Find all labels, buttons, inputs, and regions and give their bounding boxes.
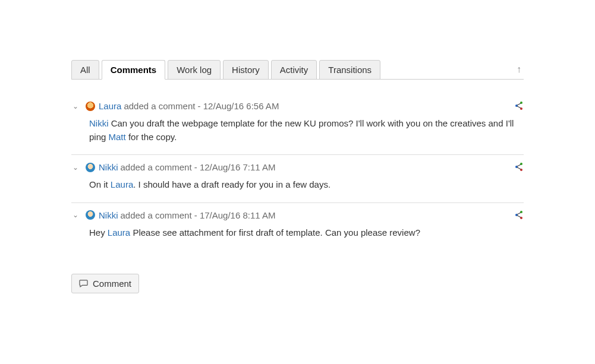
svg-line-14 [517, 215, 521, 217]
comment-author-link[interactable]: Laura [99, 101, 121, 111]
tab-transitions[interactable]: Transitions [319, 60, 380, 80]
tab-all[interactable]: All [71, 60, 99, 80]
chevron-down-icon[interactable]: ⌄ [73, 211, 81, 219]
svg-line-8 [517, 164, 521, 166]
comment-body: Hey Laura Please see attachment for firs… [89, 226, 524, 240]
comment-meta: added a comment - 17/Aug/16 8:11 AM [121, 210, 276, 220]
comment: ⌄Nikki added a comment - 17/Aug/16 8:11 … [71, 203, 524, 251]
footer: Comment [71, 274, 524, 293]
tab-worklog[interactable]: Work log [168, 60, 221, 80]
add-comment-button[interactable]: Comment [71, 274, 139, 293]
user-mention[interactable]: Nikki [89, 118, 109, 128]
comment-body: On it Laura. I should have a draft ready… [89, 178, 524, 192]
comment: ⌄Nikki added a comment - 12/Aug/16 7:11 … [71, 155, 524, 203]
comment-meta: added a comment - 12/Aug/16 6:56 AM [124, 101, 279, 111]
tabs-row: All Comments Work log History Activity T… [71, 59, 524, 79]
comment-button-label: Comment [93, 278, 131, 289]
svg-line-4 [517, 106, 521, 108]
comments-list: ⌄Laura added a comment - 12/Aug/16 6:56 … [71, 94, 524, 250]
user-mention[interactable]: Laura [111, 179, 133, 189]
comment-body: Nikki Can you draft the webpage template… [89, 117, 524, 144]
svg-line-9 [517, 167, 521, 169]
svg-line-3 [517, 103, 521, 105]
avatar[interactable] [86, 163, 95, 172]
avatar[interactable] [86, 210, 95, 220]
speech-bubble-icon [79, 280, 88, 288]
tab-history[interactable]: History [223, 60, 269, 80]
chevron-down-icon[interactable]: ⌄ [73, 102, 81, 110]
share-icon[interactable] [514, 210, 524, 220]
comment-header: ⌄Nikki added a comment - 12/Aug/16 7:11 … [71, 162, 524, 172]
comment-author-link[interactable]: Nikki [99, 162, 118, 172]
comment-header: ⌄Laura added a comment - 12/Aug/16 6:56 … [71, 101, 524, 111]
svg-line-13 [517, 213, 521, 214]
tabs: All Comments Work log History Activity T… [71, 59, 383, 79]
tab-activity[interactable]: Activity [271, 60, 317, 80]
comment-author-link[interactable]: Nikki [99, 210, 118, 220]
share-icon[interactable] [514, 162, 524, 172]
comment-meta: added a comment - 12/Aug/16 7:11 AM [121, 162, 276, 172]
user-mention[interactable]: Laura [108, 227, 130, 238]
avatar[interactable] [86, 102, 95, 111]
share-icon[interactable] [514, 101, 524, 110]
comment: ⌄Laura added a comment - 12/Aug/16 6:56 … [71, 94, 524, 155]
chevron-down-icon[interactable]: ⌄ [73, 163, 81, 172]
comment-header: ⌄Nikki added a comment - 17/Aug/16 8:11 … [71, 210, 524, 220]
user-mention[interactable]: Matt [109, 132, 126, 142]
tab-comments[interactable]: Comments [102, 60, 166, 80]
scroll-up-icon[interactable]: ↑ [517, 64, 524, 75]
